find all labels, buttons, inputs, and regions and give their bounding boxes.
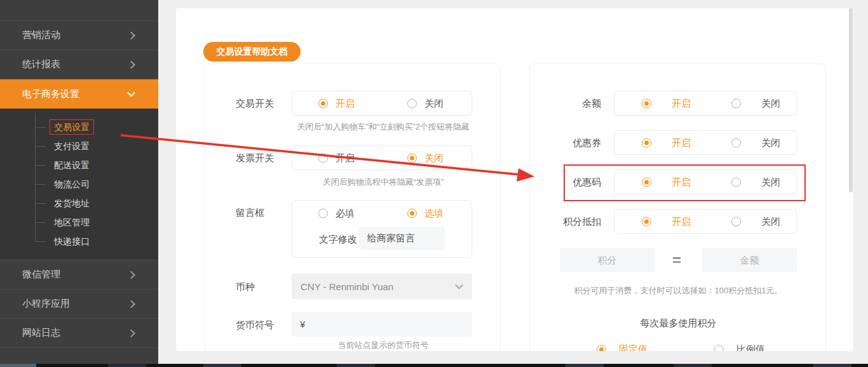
sidebar-item-label: 统计报表: [22, 58, 60, 70]
invoice-switch-off-option[interactable]: 关闭: [407, 152, 444, 164]
radio-off-icon[interactable]: [318, 153, 328, 163]
currency-label: 币种: [236, 281, 255, 293]
equals-sign: =: [667, 251, 686, 269]
message-box-label: 留言框: [236, 207, 264, 219]
coupon-group: 开启 关闭: [614, 130, 797, 155]
sidebar-item-ecommerce-settings[interactable]: 电子商务设置: [0, 79, 158, 109]
radio-label: 开启: [336, 152, 355, 164]
annotation-red-box: 交易设置: [50, 119, 94, 135]
radio-off-icon[interactable]: [714, 345, 724, 351]
radio-off-icon[interactable]: [318, 209, 328, 218]
points-rate-hint: 积分可用于消费，支付时可以选择如：100积分抵扣1元。: [555, 285, 801, 297]
message-required-option[interactable]: 必填: [318, 208, 355, 220]
coupon-code-on-option[interactable]: 开启: [642, 176, 691, 188]
radio-off-icon[interactable]: [731, 217, 741, 226]
radio-on-icon[interactable]: [642, 138, 651, 147]
points-deduction-group: 开启 关闭: [614, 209, 797, 234]
taskbar-segment: [203, 364, 241, 367]
radio-label: 关闭: [761, 97, 780, 109]
amount-input[interactable]: [702, 248, 797, 272]
currency-symbol-input[interactable]: [292, 312, 472, 337]
radio-label: 开启: [672, 97, 691, 109]
radio-label: 关闭: [761, 176, 780, 188]
taskbar-segment: [337, 364, 375, 367]
coupon-code-label: 优惠码: [530, 177, 601, 189]
trade-switch-on-option[interactable]: 开启: [318, 97, 355, 109]
invoice-switch-hint: 关闭后购物流程中将隐藏“发票项”: [281, 177, 485, 188]
sidebar-subitem-logistics-company[interactable]: 物流公司: [54, 175, 158, 194]
sidebar-item-site-logs[interactable]: 网站日志: [0, 319, 158, 348]
sidebar-subitem-region-management[interactable]: 地区管理: [54, 213, 158, 232]
taskbar-segment: [813, 364, 851, 367]
merchant-message-input[interactable]: [359, 227, 445, 250]
sidebar-item-marketing[interactable]: 营销活动: [0, 21, 158, 50]
radio-on-icon[interactable]: [407, 209, 417, 218]
invoice-switch-on-option[interactable]: 开启: [318, 152, 355, 164]
settings-panel: 交易设置帮助文档 交易开关 开启 关闭 关闭后“加入购物车”和“立刻购买”2个按…: [176, 8, 853, 351]
radio-label: 关闭: [761, 215, 780, 227]
taskbar-segment: [0, 364, 36, 367]
radio-label: 比例值: [736, 344, 765, 351]
text-edit-label: 文字修改: [319, 234, 357, 246]
sidebar-subitem-delivery-settings[interactable]: 配送设置: [54, 156, 158, 175]
sidebar: 营销活动 统计报表 电子商务设置 交易设置 支付设置 配送设置 物流公司 发货地…: [0, 0, 158, 364]
sidebar-item-partial: [0, 0, 158, 21]
scrollbar-thumb[interactable]: [849, 8, 853, 192]
chevron-right-icon: [127, 60, 135, 69]
coupon-code-group: 开启 关闭: [614, 170, 797, 194]
balance-on-option[interactable]: 开启: [642, 97, 691, 109]
trade-switch-label: 交易开关: [236, 98, 274, 110]
radio-label: 关闭: [424, 97, 444, 109]
radio-on-icon[interactable]: [642, 177, 651, 187]
radio-on-icon[interactable]: [642, 217, 651, 226]
sidebar-subitem-shipping-address[interactable]: 发货地址: [54, 194, 158, 213]
radio-on-icon[interactable]: [642, 98, 651, 108]
radio-off-icon[interactable]: [731, 98, 741, 108]
discount-settings-card: 余额 开启 关闭 优惠券 开启 关闭: [529, 63, 826, 351]
ratio-value-option[interactable]: 比例值: [714, 344, 765, 351]
chevron-down-icon: [455, 281, 463, 290]
invoice-switch-group: 开启 关闭: [292, 145, 472, 170]
radio-off-icon[interactable]: [731, 138, 741, 147]
sidebar-item-miniprogram[interactable]: 小程序应用: [0, 290, 158, 319]
taskbar-segment: [674, 364, 712, 367]
radio-on-icon[interactable]: [318, 98, 328, 108]
chevron-down-icon: [127, 89, 135, 97]
message-box-group: 必填 选填 文字修改: [292, 200, 472, 258]
points-deduction-on-option[interactable]: 开启: [642, 215, 691, 227]
sidebar-subitem-payment-settings[interactable]: 支付设置: [54, 137, 158, 156]
sidebar-item-label: 微信管理: [22, 269, 60, 281]
currency-select[interactable]: CNY - Renminbi Yuan: [292, 274, 472, 299]
message-optional-option[interactable]: 选填: [407, 208, 444, 220]
radio-label: 必填: [336, 208, 355, 220]
taskbar: [0, 364, 868, 367]
points-deduction-label: 积分抵扣: [530, 216, 601, 228]
radio-off-icon[interactable]: [731, 177, 741, 187]
radio-off-icon[interactable]: [407, 98, 417, 108]
help-doc-button[interactable]: 交易设置帮助文档: [203, 42, 301, 62]
trade-switch-off-option[interactable]: 关闭: [407, 97, 444, 109]
points-deduction-off-option[interactable]: 关闭: [731, 215, 780, 227]
balance-off-option[interactable]: 关闭: [731, 97, 780, 109]
radio-label: 关闭: [424, 152, 444, 164]
chevron-right-icon: [127, 270, 135, 279]
points-input[interactable]: [560, 248, 654, 272]
coupon-on-option[interactable]: 开启: [642, 137, 691, 149]
radio-on-icon[interactable]: [597, 345, 606, 351]
sidebar-item-reports[interactable]: 统计报表: [0, 50, 158, 79]
currency-select-value: CNY - Renminbi Yuan: [301, 281, 393, 292]
radio-label: 固定值: [619, 344, 648, 351]
sidebar-item-label: 网站日志: [22, 327, 60, 339]
max-points-title: 每次最多使用积分: [555, 317, 801, 330]
fixed-value-option[interactable]: 固定值: [597, 344, 648, 351]
sidebar-item-label: 小程序应用: [22, 298, 70, 310]
screen: 营销活动 统计报表 电子商务设置 交易设置 支付设置 配送设置 物流公司 发货地…: [0, 0, 868, 367]
coupon-code-off-option[interactable]: 关闭: [731, 176, 780, 188]
chevron-right-icon: [127, 300, 135, 308]
coupon-off-option[interactable]: 关闭: [731, 137, 780, 149]
sidebar-item-wechat[interactable]: 微信管理: [0, 260, 158, 290]
sidebar-subitem-express-api[interactable]: 快递接口: [54, 232, 158, 251]
radio-on-icon[interactable]: [407, 153, 417, 163]
sidebar-subitem-trade-settings[interactable]: 交易设置: [54, 117, 158, 137]
currency-symbol-label: 货币符号: [236, 319, 274, 331]
